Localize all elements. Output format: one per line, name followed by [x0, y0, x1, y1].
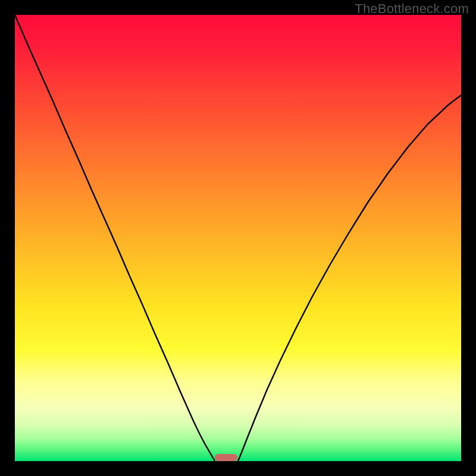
curve-layer: [15, 15, 461, 461]
right-curve: [238, 95, 461, 461]
plot-area: [15, 15, 461, 461]
left-curve: [15, 15, 214, 461]
bottleneck-marker: [215, 454, 237, 461]
watermark-text: TheBottleneck.com: [355, 1, 469, 17]
chart-frame: TheBottleneck.com: [0, 0, 476, 476]
